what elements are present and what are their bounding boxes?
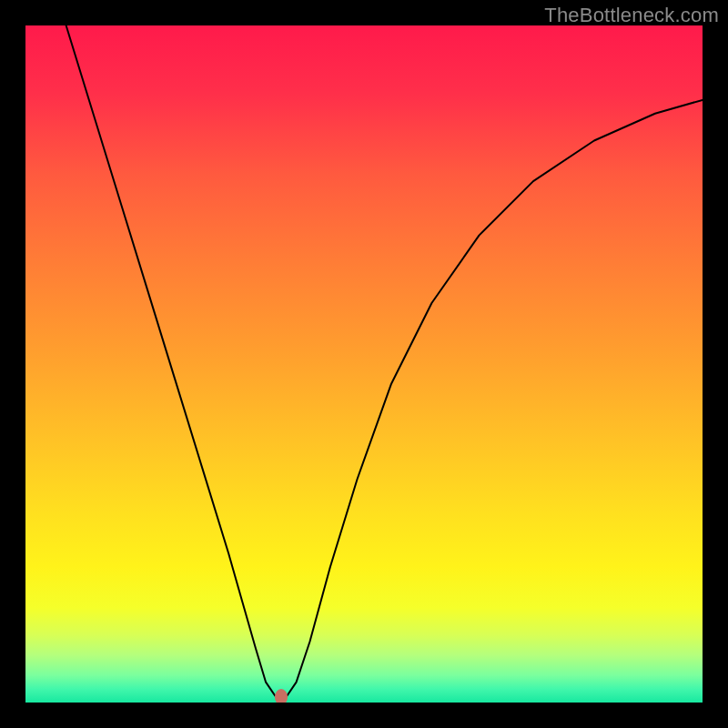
- chart-frame: TheBottleneck.com: [0, 0, 728, 728]
- plot-area: [25, 25, 703, 703]
- gradient-rect: [25, 25, 703, 703]
- watermark-text: TheBottleneck.com: [544, 4, 719, 27]
- background-gradient: [25, 25, 703, 703]
